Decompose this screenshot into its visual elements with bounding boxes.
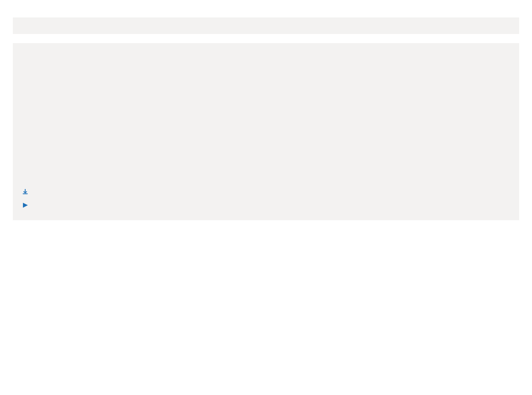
chevron-right-icon: ▶ (22, 201, 28, 208)
line-chart (22, 62, 510, 182)
download-icon (22, 189, 28, 196)
stats-panel (13, 17, 519, 34)
download-csv-link[interactable] (22, 189, 510, 196)
view-tabular-link[interactable]: ▶ (22, 201, 510, 208)
chart-panel: ▶ (13, 43, 519, 220)
